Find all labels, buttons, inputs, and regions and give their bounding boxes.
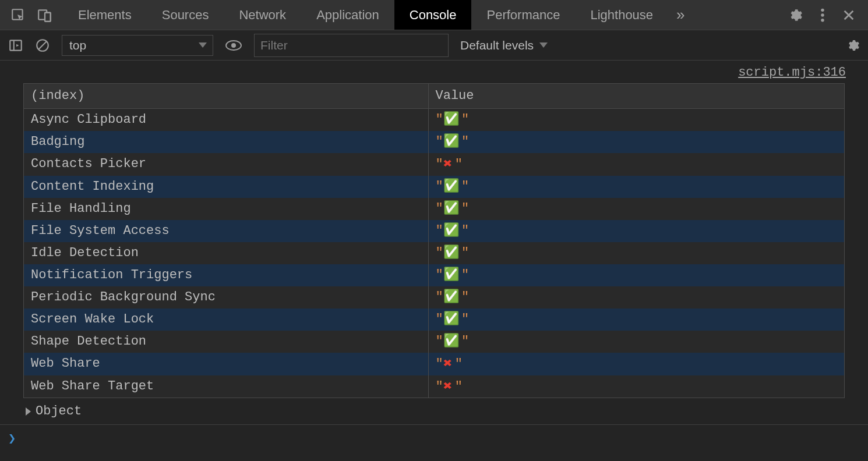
row-value: "✅ " — [428, 131, 844, 153]
table-row[interactable]: Web Share"✖ " — [24, 353, 844, 375]
close-icon[interactable] — [842, 9, 855, 22]
row-key: Badging — [24, 131, 428, 153]
row-key: Shape Detection — [24, 331, 428, 353]
source-link[interactable]: script.mjs:316 — [0, 61, 868, 83]
row-key: Content Indexing — [24, 176, 428, 198]
row-value: "✖ " — [428, 375, 844, 398]
row-key: File Handling — [24, 198, 428, 220]
col-index[interactable]: (index) — [24, 84, 428, 109]
row-value: "✅ " — [428, 198, 844, 220]
chevron-down-icon — [199, 42, 207, 48]
context-select[interactable]: top — [62, 35, 213, 56]
row-key: File System Access — [24, 220, 428, 242]
log-levels-select[interactable]: Default levels — [460, 38, 548, 52]
gear-icon[interactable] — [788, 8, 803, 23]
tabs-overflow-button[interactable]: » — [668, 0, 693, 30]
row-key: Web Share — [24, 353, 428, 375]
table-row[interactable]: Idle Detection"✅ " — [24, 242, 844, 264]
tab-application[interactable]: Application — [301, 0, 394, 30]
row-value: "✖ " — [428, 353, 844, 375]
device-toolbar-icon[interactable] — [37, 8, 52, 23]
table-row[interactable]: Shape Detection"✅ " — [24, 331, 844, 353]
table-row[interactable]: Contacts Picker"✖ " — [24, 153, 844, 176]
svg-point-10 — [231, 43, 236, 48]
row-key: Periodic Background Sync — [24, 286, 428, 308]
table-row[interactable]: Badging"✅ " — [24, 131, 844, 153]
row-value: "✅ " — [428, 176, 844, 198]
row-value: "✅ " — [428, 109, 844, 132]
svg-point-6 — [821, 18, 824, 21]
svg-rect-2 — [45, 12, 51, 21]
prompt-caret-icon: ❯ — [8, 432, 16, 446]
row-value: "✅ " — [428, 220, 844, 242]
row-key: Web Share Target — [24, 375, 428, 398]
expand-triangle-icon — [26, 407, 31, 416]
row-key: Idle Detection — [24, 242, 428, 264]
table-row[interactable]: Content Indexing"✅ " — [24, 176, 844, 198]
table-row[interactable]: File Handling"✅ " — [24, 198, 844, 220]
svg-rect-7 — [10, 40, 22, 50]
tab-network[interactable]: Network — [224, 0, 301, 30]
inspect-icon[interactable] — [10, 8, 26, 23]
log-levels-label: Default levels — [460, 38, 534, 52]
console-table: (index) Value Async Clipboard"✅ "Badging… — [23, 83, 845, 398]
chevron-down-icon — [539, 42, 548, 48]
console-prompt[interactable]: ❯ — [0, 424, 868, 452]
console-sidebar-toggle-icon[interactable] — [8, 38, 23, 53]
tab-lighthouse[interactable]: Lighthouse — [575, 0, 668, 30]
table-row[interactable]: Async Clipboard"✅ " — [24, 109, 844, 132]
row-value: "✖ " — [428, 153, 844, 176]
tab-elements[interactable]: Elements — [63, 0, 147, 30]
row-value: "✅ " — [428, 264, 844, 286]
tab-console[interactable]: Console — [394, 0, 472, 30]
gear-icon[interactable] — [846, 38, 860, 52]
row-key: Notification Triggers — [24, 264, 428, 286]
console-toolbar: top Default levels — [0, 30, 868, 61]
context-select-label: top — [69, 38, 86, 52]
table-row[interactable]: Periodic Background Sync"✅ " — [24, 286, 844, 308]
svg-point-5 — [821, 13, 824, 16]
object-expander[interactable]: Object — [0, 398, 868, 424]
devtools-tabbar: ElementsSourcesNetworkApplicationConsole… — [0, 0, 868, 30]
row-value: "✅ " — [428, 242, 844, 264]
col-value[interactable]: Value — [428, 84, 844, 109]
table-row[interactable]: Web Share Target"✖ " — [24, 375, 844, 398]
tab-performance[interactable]: Performance — [471, 0, 575, 30]
table-row[interactable]: Screen Wake Lock"✅ " — [24, 308, 844, 331]
row-key: Contacts Picker — [24, 153, 428, 176]
svg-point-4 — [821, 8, 824, 11]
clear-console-icon[interactable] — [35, 38, 50, 53]
kebab-menu-icon[interactable] — [820, 8, 825, 23]
row-value: "✅ " — [428, 331, 844, 353]
row-key: Async Clipboard — [24, 109, 428, 132]
row-value: "✅ " — [428, 308, 844, 331]
table-row[interactable]: Notification Triggers"✅ " — [24, 264, 844, 286]
row-value: "✅ " — [428, 286, 844, 308]
row-key: Screen Wake Lock — [24, 308, 428, 331]
filter-input[interactable] — [254, 34, 449, 57]
table-row[interactable]: File System Access"✅ " — [24, 220, 844, 242]
tab-sources[interactable]: Sources — [147, 0, 224, 30]
live-expression-icon[interactable] — [225, 39, 242, 52]
